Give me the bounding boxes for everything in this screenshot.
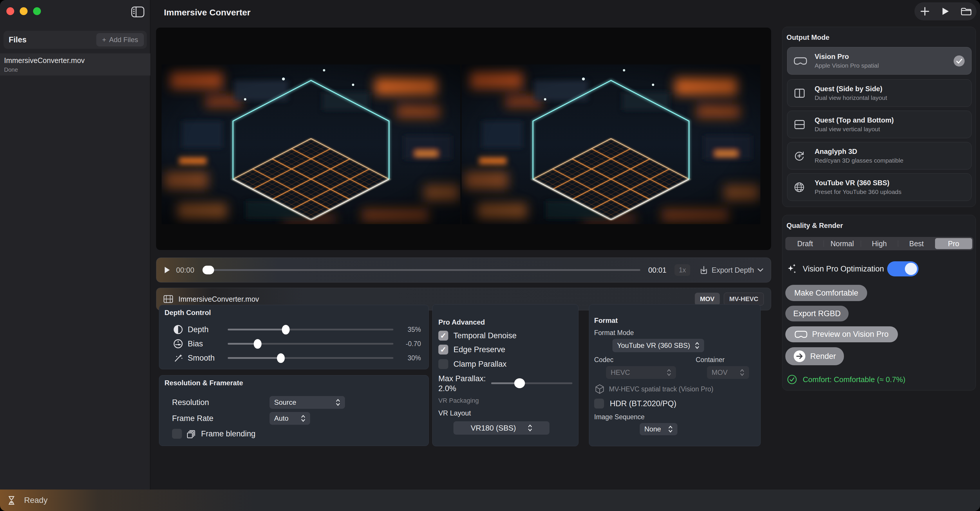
clamp-parallax-label: Clamp Parallax [453, 360, 506, 369]
sidebar-toggle-icon[interactable] [131, 6, 145, 18]
framerate-label: Frame Rate [172, 414, 269, 423]
vr-layout-select[interactable]: VR180 (SBS) [453, 421, 549, 434]
option-subtitle: Red/cyan 3D glasses compatible [815, 157, 965, 164]
codec-select[interactable]: HEVC [606, 366, 676, 379]
file-list-item[interactable]: ImmersiveConverter.mov Done [0, 53, 150, 75]
play-icon[interactable] [164, 266, 170, 274]
vr-packaging-label: VR Packaging [438, 397, 479, 404]
comfort-status: Comfort: Comfortable (≈ 0.7%) [787, 375, 905, 385]
make-comfortable-button[interactable]: Make Comfortable [785, 285, 867, 301]
clip-name: ImmersiveConverter.mov [178, 295, 695, 303]
bias-slider[interactable] [228, 339, 393, 348]
hdr-checkbox[interactable] [594, 399, 604, 409]
temporal-denoise-row: Temporal Denoise [438, 331, 517, 340]
files-header: Files + Add Files [3, 31, 147, 49]
vision-pro-goggles-icon [794, 57, 807, 65]
max-parallax-knob[interactable] [514, 378, 525, 388]
edge-preserve-checkbox[interactable] [438, 345, 448, 355]
output-option-quest-tb[interactable]: Quest (Top and Bottom) Dual view vertica… [787, 111, 972, 138]
preview-on-vision-pro-button[interactable]: Preview on Vision Pro [785, 326, 898, 342]
vision-pro-optimization-toggle[interactable] [887, 261, 918, 276]
add-files-button[interactable]: + Add Files [96, 33, 144, 46]
sparkles-icon [786, 263, 797, 275]
scrubber-knob[interactable] [202, 266, 214, 275]
resolution-row: Resolution Source [172, 396, 345, 409]
smooth-slider-row: Smooth 30% [159, 351, 428, 365]
scrubber-track[interactable] [202, 269, 640, 271]
container-select[interactable]: MOV [707, 366, 749, 379]
option-title: Quest (Side by Side) [815, 85, 965, 93]
export-rgbd-button[interactable]: Export RGBD [785, 306, 849, 321]
vision-pro-optimization-label: Vision Pro Optimization [803, 265, 884, 273]
smooth-slider[interactable] [228, 353, 393, 362]
format-title: Format [594, 316, 618, 324]
option-title: Quest (Top and Bottom) [815, 116, 965, 124]
chevron-up-down-icon [695, 342, 700, 349]
option-subtitle: Dual view vertical layout [815, 126, 965, 133]
output-option-anaglyph[interactable]: Anaglyph 3D Red/cyan 3D glasses compatib… [787, 142, 972, 169]
file-status: Done [4, 67, 150, 73]
minimize-window-button[interactable] [20, 7, 27, 15]
output-option-vision-pro[interactable]: Vision Pro Apple Vision Pro spatial [787, 47, 972, 75]
file-name: ImmersiveConverter.mov [4, 56, 150, 65]
add-button[interactable] [917, 3, 933, 19]
format-panel: Format Format Mode YouTube VR (360 SBS) … [589, 304, 760, 446]
temporal-denoise-checkbox[interactable] [438, 331, 448, 340]
status-bar: Ready [0, 490, 980, 511]
playback-bar: 00:00 00:01 1x Export Depth [156, 257, 771, 283]
framerate-row: Frame Rate Auto [172, 412, 310, 425]
open-folder-button[interactable] [958, 3, 974, 19]
split-vertical-icon [794, 88, 807, 98]
vr-layout-label: VR Layout [438, 409, 471, 417]
quality-segment-draft[interactable]: Draft [786, 238, 824, 249]
frame-blending-label: Frame blending [201, 430, 256, 438]
split-horizontal-icon [794, 119, 807, 130]
resolution-select[interactable]: Source [269, 396, 345, 409]
frame-blending-checkbox[interactable] [172, 429, 182, 439]
timeline-scrubber[interactable] [202, 265, 640, 275]
app-window: Files + Add Files ImmersiveConverter.mov… [0, 0, 980, 511]
vision-pro-goggles-icon [795, 330, 807, 339]
depth-slider[interactable] [228, 325, 393, 334]
max-parallax-label: Max Parallax: 2.0% [438, 374, 486, 393]
zoom-window-button[interactable] [33, 7, 41, 15]
depth-slider-value: 35% [393, 326, 421, 334]
clamp-parallax-row: Clamp Parallax [438, 359, 506, 369]
quality-segment-pro[interactable]: Pro [935, 238, 972, 249]
format-mode-select[interactable]: YouTube VR (360 SBS) [612, 339, 704, 352]
sidebar: Files + Add Files ImmersiveConverter.mov… [0, 0, 150, 490]
chevron-up-down-icon [301, 415, 305, 422]
quality-render-card: Quality & Render Draft Normal High Best … [782, 215, 976, 391]
quality-segmented-control: Draft Normal High Best Pro [785, 237, 973, 250]
clamp-parallax-checkbox[interactable] [438, 359, 448, 369]
play-button[interactable] [938, 3, 953, 19]
quality-segment-normal[interactable]: Normal [824, 238, 861, 249]
render-button[interactable]: Render [785, 347, 844, 365]
max-parallax-slider[interactable] [491, 378, 573, 388]
temporal-denoise-label: Temporal Denoise [453, 331, 517, 340]
hdr-row: HDR (BT.2020/PQ) [594, 399, 676, 409]
output-option-quest-sbs[interactable]: Quest (Side by Side) Dual view horizonta… [787, 79, 972, 107]
frame-blending-row: Frame blending [172, 429, 256, 439]
files-title: Files [9, 35, 96, 45]
plus-icon: + [102, 36, 106, 44]
output-option-youtube-vr[interactable]: YouTube VR (360 SBS) Preset for YouTube … [787, 173, 972, 201]
option-subtitle: Apple Vision Pro spatial [815, 62, 946, 69]
quality-segment-high[interactable]: High [861, 238, 898, 249]
export-depth-button[interactable]: Export Depth [700, 265, 763, 275]
framerate-select[interactable]: Auto [269, 412, 310, 425]
add-files-label: Add Files [109, 36, 138, 44]
selected-check-icon [953, 55, 965, 67]
codec-badge: MV-HEVC [724, 293, 764, 305]
quality-render-title: Quality & Render [786, 222, 843, 230]
check-circle-icon [787, 375, 797, 385]
close-window-button[interactable] [6, 7, 14, 15]
wand-icon [173, 353, 184, 363]
quality-segment-best[interactable]: Best [898, 238, 935, 249]
total-time: 00:01 [648, 266, 667, 275]
container-label: Container [696, 356, 725, 364]
image-sequence-select[interactable]: None [640, 423, 678, 435]
export-tray-icon [700, 265, 708, 275]
chevron-up-down-icon [667, 369, 671, 376]
playback-speed-button[interactable]: 1x [675, 264, 690, 276]
